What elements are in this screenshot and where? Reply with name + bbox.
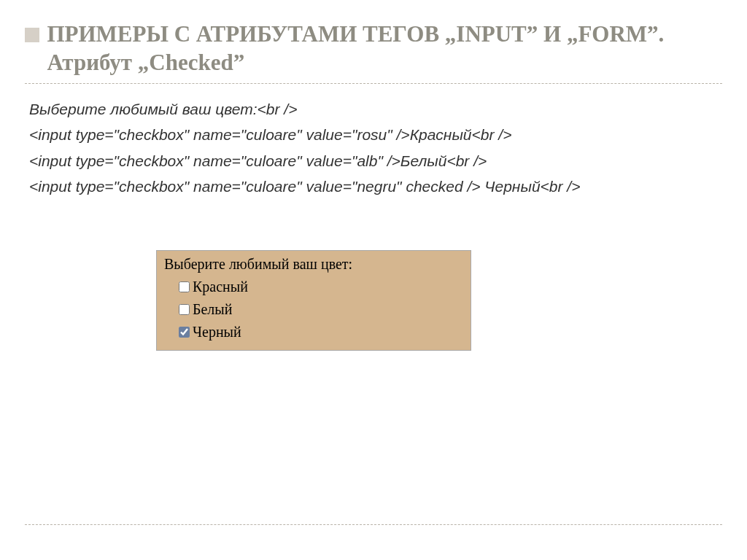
divider-bottom: [25, 524, 722, 525]
code-line-3: <input type="checkbox" name="culoare" va…: [29, 149, 722, 174]
divider-top: [25, 83, 722, 84]
option-red-label: Красный: [193, 276, 248, 298]
option-black-label: Черный: [193, 322, 241, 343]
code-line-2: <input type="checkbox" name="culoare" va…: [29, 122, 722, 147]
slide-title-block: ПРИМЕРЫ С АТРИБУТАМИ ТЕГОВ „INPUT” И „FO…: [25, 20, 722, 77]
slide: ПРИМЕРЫ С АТРИБУТАМИ ТЕГОВ „INPUT” И „FO…: [0, 0, 747, 560]
option-white-label: Белый: [193, 299, 232, 320]
code-line-4: <input type="checkbox" name="culoare" va…: [29, 174, 722, 199]
option-white: Белый: [179, 299, 463, 320]
example-prompt: Выберите любимый ваш цвет:: [164, 254, 463, 275]
checkbox-white[interactable]: [179, 304, 190, 315]
code-listing: Выберите любимый ваш цвет:<br /> <input …: [25, 94, 722, 199]
checkbox-black[interactable]: [179, 327, 190, 338]
slide-title: ПРИМЕРЫ С АТРИБУТАМИ ТЕГОВ „INPUT” И „FO…: [47, 20, 718, 77]
code-line-1: Выберите любимый ваш цвет:<br />: [29, 97, 722, 122]
option-red: Красный: [179, 276, 463, 298]
checkbox-red[interactable]: [179, 281, 190, 292]
rendered-example: Выберите любимый ваш цвет: Красный Белый…: [156, 250, 471, 351]
option-black: Черный: [179, 322, 463, 343]
title-bullet-icon: [25, 28, 39, 42]
